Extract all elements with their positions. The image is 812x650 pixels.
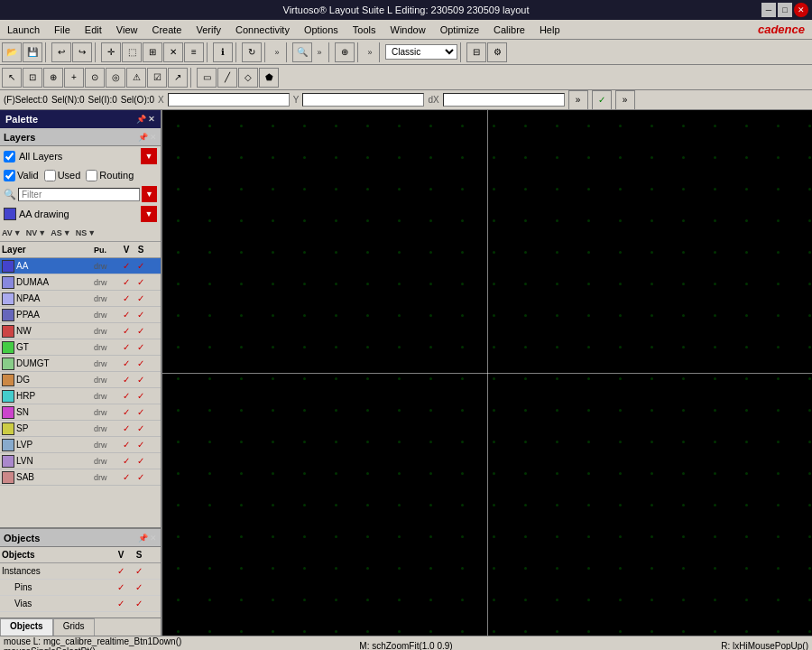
layers-close-icon[interactable]: ✕: [150, 133, 157, 142]
layers-pin-icon[interactable]: 📌: [138, 133, 148, 142]
coord-x-input[interactable]: -12.805: [168, 93, 290, 107]
layer-v-check[interactable]: ✓: [119, 326, 134, 336]
coord-check-btn[interactable]: ✓: [592, 90, 612, 110]
layer-s-check[interactable]: ✓: [134, 472, 148, 482]
layer-row[interactable]: PPAA drw ✓ ✓: [0, 307, 161, 323]
layer-row[interactable]: DUMAA drw ✓ ✓: [0, 274, 161, 291]
tb-refresh-btn[interactable]: ↻: [242, 42, 262, 62]
tb2-warn-btn[interactable]: ⚠: [126, 68, 146, 88]
objects-pin-icon[interactable]: 📌: [138, 534, 148, 543]
tb-snap-btn[interactable]: ⊕: [335, 42, 355, 62]
layer-v-check[interactable]: ✓: [119, 407, 134, 417]
as-toggle-arrow[interactable]: ▼: [63, 228, 71, 237]
menu-help[interactable]: Help: [532, 23, 567, 37]
tb-delete-btn[interactable]: ✕: [163, 42, 183, 62]
tb-stretch-btn[interactable]: ⊞: [143, 42, 162, 62]
tb-move-btn[interactable]: ✛: [101, 42, 121, 62]
tb2-diamond-btn[interactable]: ◇: [238, 68, 258, 88]
layer-s-check[interactable]: ✓: [134, 358, 148, 368]
valid-checkbox[interactable]: [4, 170, 15, 181]
layer-row[interactable]: SN drw ✓ ✓: [0, 404, 161, 421]
layer-v-check[interactable]: ✓: [119, 423, 134, 433]
obj-instances-v[interactable]: ✓: [112, 566, 130, 576]
used-checkbox[interactable]: [44, 170, 56, 181]
palette-close-icon[interactable]: ✕: [148, 115, 155, 124]
layer-v-check[interactable]: ✓: [119, 277, 134, 287]
tb-property-btn[interactable]: ≡: [184, 42, 204, 62]
canvas-area[interactable]: [162, 110, 812, 636]
menu-edit[interactable]: Edit: [78, 23, 109, 37]
tb2-shapes-btn[interactable]: ⬟: [259, 68, 279, 88]
layer-v-check[interactable]: ✓: [119, 440, 134, 450]
tb2-circle-btn[interactable]: ◎: [106, 68, 125, 88]
menu-create[interactable]: Create: [144, 23, 189, 37]
obj-pins-s[interactable]: ✓: [130, 582, 148, 592]
layer-v-check[interactable]: ✓: [119, 456, 134, 466]
layer-v-check[interactable]: ✓: [119, 358, 134, 368]
layer-v-check[interactable]: ✓: [119, 342, 134, 352]
tb-save-btn[interactable]: 💾: [23, 42, 42, 62]
ns-toggle[interactable]: NS: [76, 228, 88, 237]
layer-v-check[interactable]: ✓: [119, 472, 134, 482]
layer-s-check[interactable]: ✓: [134, 342, 148, 352]
nv-toggle[interactable]: NV: [26, 228, 38, 237]
tb-redo-btn[interactable]: ↪: [72, 42, 92, 62]
tb2-line-btn[interactable]: ╱: [217, 68, 237, 88]
layer-row[interactable]: HRP drw ✓ ✓: [0, 388, 161, 404]
av-toggle-arrow[interactable]: ▼: [14, 228, 22, 237]
minimize-button[interactable]: ─: [761, 3, 776, 17]
layer-row[interactable]: NW drw ✓ ✓: [0, 323, 161, 339]
layer-s-check[interactable]: ✓: [134, 456, 148, 466]
layer-s-check[interactable]: ✓: [134, 293, 148, 303]
layer-row[interactable]: GT drw ✓ ✓: [0, 339, 161, 356]
tb-open-btn[interactable]: 📂: [2, 42, 22, 62]
layer-v-check[interactable]: ✓: [119, 261, 134, 271]
menu-window[interactable]: Window: [383, 23, 433, 37]
av-toggle[interactable]: AV: [2, 228, 13, 237]
coord-dx-input[interactable]: [443, 93, 565, 107]
objects-close-icon[interactable]: ✕: [150, 534, 157, 543]
tb2-select2-btn[interactable]: ⊡: [23, 68, 42, 88]
tb-chevron-3[interactable]: »: [364, 42, 376, 62]
layer-s-check[interactable]: ✓: [134, 440, 148, 450]
layer-row[interactable]: LVN drw ✓ ✓: [0, 453, 161, 469]
layer-row[interactable]: AA drw ✓ ✓: [0, 258, 161, 274]
tb-undo-btn[interactable]: ↩: [51, 42, 71, 62]
coord-nav-btn[interactable]: »: [615, 90, 635, 110]
tab-objects[interactable]: Objects: [0, 618, 53, 636]
tab-grids[interactable]: Grids: [53, 618, 95, 636]
layer-s-check[interactable]: ✓: [134, 277, 148, 287]
tb-copy-btn[interactable]: ⬚: [122, 42, 142, 62]
tb2-rect-btn[interactable]: ▭: [197, 68, 217, 88]
tb2-plus-btn[interactable]: +: [64, 68, 84, 88]
menu-options[interactable]: Options: [297, 23, 346, 37]
tb2-cursor-btn[interactable]: ⊙: [85, 68, 105, 88]
tb-info-btn[interactable]: ℹ: [213, 42, 233, 62]
palette-pin-icon[interactable]: 📌: [136, 115, 146, 124]
tb-chevron-1[interactable]: »: [271, 42, 283, 62]
current-layer-arrow[interactable]: ▼: [141, 206, 157, 222]
obj-vias-row[interactable]: Vias ✓ ✓: [0, 596, 161, 612]
routing-checkbox[interactable]: [86, 170, 97, 181]
tb-zoom-btn[interactable]: 🔍: [292, 42, 312, 62]
layer-s-check[interactable]: ✓: [134, 407, 148, 417]
menu-file[interactable]: File: [47, 23, 78, 37]
obj-pins-row[interactable]: Pins ✓ ✓: [0, 580, 161, 596]
filter-dropdown-arrow[interactable]: ▼: [142, 186, 157, 202]
obj-pins-v[interactable]: ✓: [112, 582, 130, 592]
tb2-arrow-btn[interactable]: ↗: [168, 68, 188, 88]
menu-launch[interactable]: Launch: [0, 23, 47, 37]
obj-instances-row[interactable]: Instances ✓ ✓: [0, 563, 161, 580]
tb-chevron-2[interactable]: »: [313, 42, 326, 62]
layer-s-check[interactable]: ✓: [134, 391, 148, 401]
all-layers-arrow[interactable]: ▼: [141, 148, 157, 164]
layer-row[interactable]: NPAA drw ✓ ✓: [0, 291, 161, 307]
tb2-check-btn[interactable]: ☑: [147, 68, 167, 88]
layer-s-check[interactable]: ✓: [134, 375, 148, 385]
obj-instances-s[interactable]: ✓: [130, 566, 148, 576]
layer-s-check[interactable]: ✓: [134, 261, 148, 271]
view-mode-select[interactable]: Classic: [385, 44, 457, 60]
layer-s-check[interactable]: ✓: [134, 310, 148, 320]
menu-verify[interactable]: Verify: [189, 23, 228, 37]
tb2-align-btn[interactable]: ⊕: [43, 68, 63, 88]
